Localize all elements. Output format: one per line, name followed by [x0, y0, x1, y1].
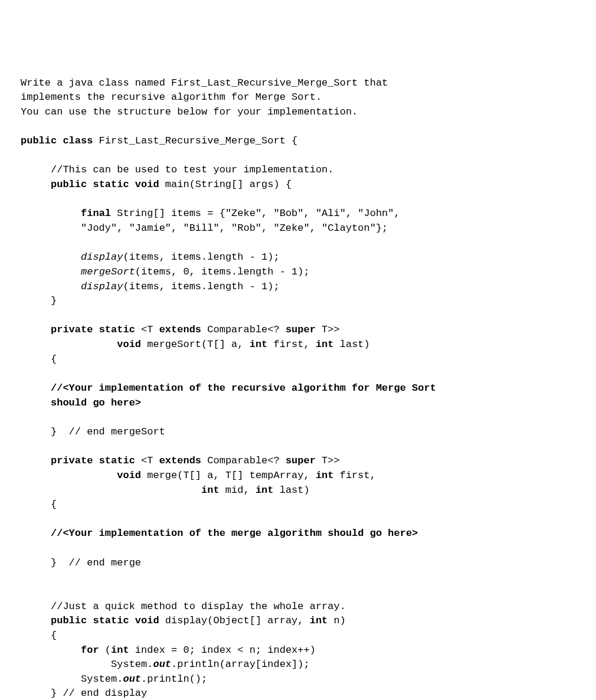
ms-sig: mergeSort(T[] a, [141, 339, 250, 350]
ms-generic-2: Comparable<? [201, 324, 286, 335]
class-declaration-name: First_Last_Recursive_Merge_Sort { [93, 135, 297, 146]
m-decl-indent [21, 455, 51, 466]
display-call-1-args: (items, items.length - 1); [123, 251, 279, 263]
comment-test: //This can be used to test your implemen… [21, 164, 334, 175]
open-brace-ms: { [21, 354, 57, 365]
m-sig: merge(T[] a, T[] tempArray, [141, 470, 316, 481]
mergesort-call-indent [21, 266, 81, 277]
ms-generic-1: <T [135, 324, 159, 335]
private-static-kw: private static [51, 324, 135, 335]
display-call-2-args: (items, items.length - 1); [123, 281, 279, 292]
disp-sig: display(Object[] array, [159, 615, 310, 626]
int-kw-1: int [250, 339, 268, 350]
int-kw-4: int [201, 485, 220, 496]
void-kw-2: void [117, 470, 141, 481]
super-kw: super [286, 324, 316, 335]
comment-display: //Just a quick method to display the who… [21, 601, 346, 612]
todo-mergesort-2: should go here> [21, 397, 141, 408]
m-generic-1: <T [135, 455, 159, 466]
class-declaration-kw: public class [21, 135, 93, 146]
for-kw: for [81, 645, 99, 656]
display-call-1-indent [21, 251, 81, 263]
open-brace-d: { [21, 630, 57, 641]
ms-generic-3: T>> [316, 324, 340, 335]
disp-decl-indent [21, 615, 51, 626]
int-kw-3: int [316, 470, 334, 481]
out-field-2: out [123, 673, 141, 685]
items-line-1: String[] items = {"Zeke", "Bob", "Ali", … [111, 208, 400, 219]
sout2-indent: System. [21, 673, 123, 685]
display-call-1: display [81, 251, 123, 263]
intro-line-1: Write a java class named First_Last_Recu… [21, 77, 388, 89]
private-static-kw-2: private static [51, 455, 135, 466]
close-main: } [21, 295, 57, 306]
intro-line-2: implements the recursive algorithm for M… [21, 91, 322, 103]
m-generic-2: Comparable<? [201, 455, 286, 466]
sout1-indent: System. [21, 659, 153, 670]
m-decl2-indent [21, 470, 117, 481]
int-kw-2: int [316, 339, 334, 350]
sout2-rest: .println(); [141, 673, 207, 685]
extends-kw: extends [159, 324, 201, 335]
void-kw: void [117, 339, 141, 350]
for-p1: ( [99, 645, 111, 656]
main-indent [21, 179, 51, 190]
mergesort-call-args: (items, 0, items.length - 1); [135, 266, 310, 277]
end-display: } // end display [21, 688, 147, 699]
int-kw-6: int [310, 615, 328, 626]
ms-decl2-indent [21, 339, 117, 350]
items-indent [21, 208, 81, 219]
m-decl3-indent [21, 485, 201, 496]
int-kw-7: int [111, 645, 129, 656]
todo-merge: //<Your implementation of the merge algo… [21, 528, 418, 539]
int-kw-5: int [256, 485, 274, 496]
m-p2: first, [334, 470, 376, 481]
open-brace-m: { [21, 499, 57, 510]
sout1-rest: .println(array[index]); [171, 659, 310, 670]
intro-line-3: You can use the structure below for your… [21, 106, 358, 117]
extends-kw-2: extends [159, 455, 201, 466]
display-call-2: display [81, 281, 123, 292]
main-keywords: public static void [51, 179, 159, 190]
todo-mergesort-1: //<Your implementation of the recursive … [21, 382, 436, 394]
ms-p2: first, [267, 339, 316, 350]
main-rest: main(String[] args) { [159, 179, 292, 190]
display-call-2-indent [21, 281, 81, 292]
out-field-1: out [153, 659, 171, 670]
for-rest: index = 0; index < n; index++) [129, 645, 316, 656]
m-p-last: last) [274, 485, 310, 496]
code-document: Write a java class named First_Last_Recu… [21, 76, 575, 700]
super-kw-2: super [286, 455, 316, 466]
m-generic-3: T>> [316, 455, 340, 466]
items-line-2: "Jody", "Jamie", "Bill", "Rob", "Zeke", … [21, 223, 388, 234]
ms-decl-indent [21, 324, 51, 335]
for-indent [21, 645, 81, 656]
end-mergesort: } // end mergeSort [21, 426, 165, 437]
final-keyword: final [81, 208, 111, 219]
m-p-mid: mid, [220, 485, 256, 496]
end-merge: } // end merge [21, 557, 141, 568]
ms-p3: last) [334, 339, 370, 350]
disp-p2: n) [328, 615, 346, 626]
mergesort-call: mergeSort [81, 266, 135, 277]
public-static-void-kw: public static void [51, 615, 159, 626]
